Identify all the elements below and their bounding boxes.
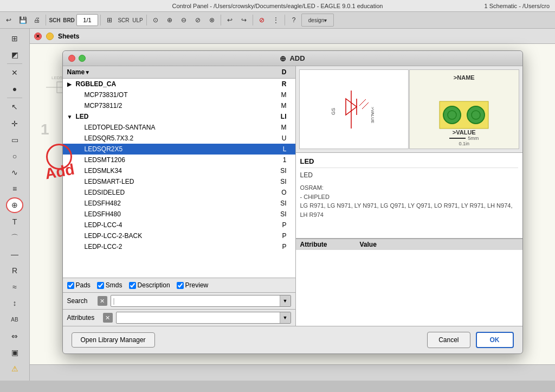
filter-preview-checkbox[interactable] <box>177 282 184 289</box>
filter-preview-label[interactable]: Preview <box>177 281 209 289</box>
tree-item-ledsfh480[interactable]: LEDSFH480 SI <box>63 209 295 220</box>
tree-item-mcp73811[interactable]: MCP73811/2 M <box>63 100 295 111</box>
tree-item-mcp73831[interactable]: MCP73831/OT M <box>63 89 295 100</box>
sidebar-wire[interactable]: ∿ <box>6 165 23 180</box>
ulp-btn[interactable]: ULP <box>131 14 144 27</box>
scr-btn[interactable]: SCR <box>117 14 130 27</box>
search-input-wrap: ▼ <box>111 295 291 307</box>
tree-item-ledsqr5[interactable]: LEDSQR5.7X3.2 U <box>63 133 295 144</box>
tree-val-rgbled: R <box>282 80 287 88</box>
svg-point-14 <box>448 111 456 119</box>
sidebar-sep <box>7 63 22 64</box>
tree-item-ledsfh482[interactable]: LEDSFH482 SI <box>63 198 295 209</box>
search-clear-btn[interactable]: ✕ <box>98 296 107 306</box>
sidebar-move[interactable]: ↕ <box>6 295 23 311</box>
tree-item-ledplcc4[interactable]: LEDP-LCC-4 P <box>63 220 295 230</box>
expand-led: ▼ <box>67 114 74 120</box>
tree-item-ledplcc2back[interactable]: LEDP-LCC-2-BACK P <box>63 230 295 241</box>
tree-item-ledplcc2[interactable]: LEDP-LCC-2 P <box>63 241 295 252</box>
filter-pads-label[interactable]: Pads <box>67 281 91 289</box>
brd-btn[interactable]: BRD <box>62 14 75 27</box>
sidebar-ab[interactable]: AB <box>6 312 23 327</box>
main-area: ⊞ ◩ ✕ ● ↖ ✛ ▭ ○ ∿ ≡ ⊕ T ⌒ — R ≈ ↕ AB ⇔ ▣… <box>0 29 555 381</box>
attr-input-wrap: ▼ <box>116 312 291 324</box>
tree-item-ledsqr2[interactable]: LEDSQR2X5 L <box>63 144 295 155</box>
ok-button[interactable]: OK <box>476 332 514 348</box>
grid-btn[interactable]: ⊞ <box>103 14 116 27</box>
page-input[interactable]: 1/1 <box>76 14 98 26</box>
cancel-button[interactable]: Cancel <box>427 332 470 348</box>
sidebar-circle[interactable]: ○ <box>6 149 23 164</box>
sep2 <box>100 15 101 25</box>
sidebar-close-x[interactable]: ✕ <box>6 65 23 80</box>
filter-smds-checkbox[interactable] <box>97 282 104 289</box>
canvas-area: ✕ Sheets LED5 100 10kΩ 1 <box>30 29 555 381</box>
undo-btn[interactable]: ↩ <box>223 14 236 27</box>
sidebar-cross[interactable]: ✛ <box>6 115 23 131</box>
search-input[interactable] <box>111 295 291 307</box>
more-btn[interactable]: ⋮ <box>269 14 282 27</box>
tree-item-rgbled[interactable]: ▶ RGBLED_CA R <box>63 79 295 89</box>
component-tree[interactable]: ▶ RGBLED_CA R MCP73831/OT M <box>63 79 295 278</box>
sidebar-add[interactable]: ⊕ <box>6 197 23 213</box>
save-btn[interactable]: 💾 <box>16 14 29 27</box>
filter-desc-label[interactable]: Description <box>129 281 170 289</box>
sheets-bar: ✕ Sheets <box>30 29 555 44</box>
sheets-minimize-btn[interactable] <box>46 33 54 40</box>
tree-item-led-parent[interactable]: ▼ LED LI <box>63 111 295 122</box>
design-btn[interactable]: design▾ <box>301 14 334 27</box>
preview-area: GS >VALUE >NAME <box>296 66 522 153</box>
filter-smds-label[interactable]: Smds <box>97 281 122 289</box>
zoom-fit-btn[interactable]: ⊙ <box>149 14 162 27</box>
sidebar-select[interactable]: ↖ <box>6 99 23 114</box>
help-btn[interactable]: ? <box>287 14 300 27</box>
sidebar-rect[interactable]: ▭ <box>6 132 23 147</box>
attr-dropdown-btn[interactable]: ▼ <box>280 312 291 323</box>
attr-table-body <box>296 250 522 326</box>
sidebar-text[interactable]: T <box>6 214 23 229</box>
sidebar-layers[interactable]: ◩ <box>6 47 23 62</box>
sidebar-grid[interactable]: ⊞ <box>6 31 23 46</box>
zoom-prev-btn[interactable]: ⊗ <box>205 14 218 27</box>
attr-col2: Value <box>360 241 377 248</box>
zoom-in-btn[interactable]: ⊕ <box>163 14 176 27</box>
zoom-out-btn[interactable]: ⊖ <box>177 14 190 27</box>
sidebar-route[interactable]: R <box>6 263 23 278</box>
attr-input[interactable] <box>116 312 291 324</box>
filter-pads-checkbox[interactable] <box>67 282 74 289</box>
sch-btn[interactable]: SCH <box>48 14 61 27</box>
sidebar-approx[interactable]: ≈ <box>6 279 23 294</box>
sep6 <box>285 15 285 25</box>
traffic-red[interactable] <box>68 55 75 62</box>
scale-mm: 5mm <box>468 136 479 141</box>
attr-clear-btn[interactable]: ✕ <box>103 313 113 323</box>
dialog-button-row: Open Library Manager Cancel OK <box>63 326 522 354</box>
traffic-green[interactable] <box>79 55 86 62</box>
sidebar-label[interactable]: ≡ <box>6 181 23 196</box>
search-dropdown-btn[interactable]: ▼ <box>280 295 291 306</box>
sep5 <box>253 15 253 25</box>
filter-desc-text: Description <box>138 281 170 289</box>
sidebar-mirror[interactable]: ⇔ <box>6 329 23 344</box>
sidebar-arc[interactable]: ⌒ <box>6 230 23 246</box>
sidebar-warning[interactable]: ⚠ <box>6 361 23 376</box>
dialog-title-bar: ⊕ ADD <box>63 51 522 66</box>
sidebar-dot[interactable]: ● <box>6 81 23 97</box>
tree-item-ledside[interactable]: LEDSIDELED O <box>63 187 295 198</box>
filter-desc-checkbox[interactable] <box>129 282 136 289</box>
sidebar-line[interactable]: — <box>6 247 23 262</box>
sheets-close-btn[interactable]: ✕ <box>34 33 42 40</box>
stop-btn[interactable]: ⊘ <box>255 14 268 27</box>
led-symbol-svg: GS >VALUE <box>321 80 386 139</box>
dialog-overlay: ⊕ ADD Name ▼ D <box>30 29 555 381</box>
zoom-area-btn[interactable]: ⊘ <box>191 14 204 27</box>
redo-btn[interactable]: ↪ <box>237 14 250 27</box>
tree-item-ledsmart[interactable]: LEDSMART-LED SI <box>63 176 295 187</box>
tree-item-ledsmlk[interactable]: LEDSMLK34 SI <box>63 165 295 176</box>
back-btn[interactable]: ↩ <box>2 14 15 27</box>
tree-item-ledtopled[interactable]: LEDTOPLED-SANTANA M <box>63 122 295 133</box>
sidebar-group[interactable]: ▣ <box>6 345 23 360</box>
tree-item-ledsmt[interactable]: LEDSMT1206 1 <box>63 155 295 165</box>
open-library-manager-button[interactable]: Open Library Manager <box>72 332 155 348</box>
print-btn[interactable]: 🖨 <box>30 14 43 27</box>
